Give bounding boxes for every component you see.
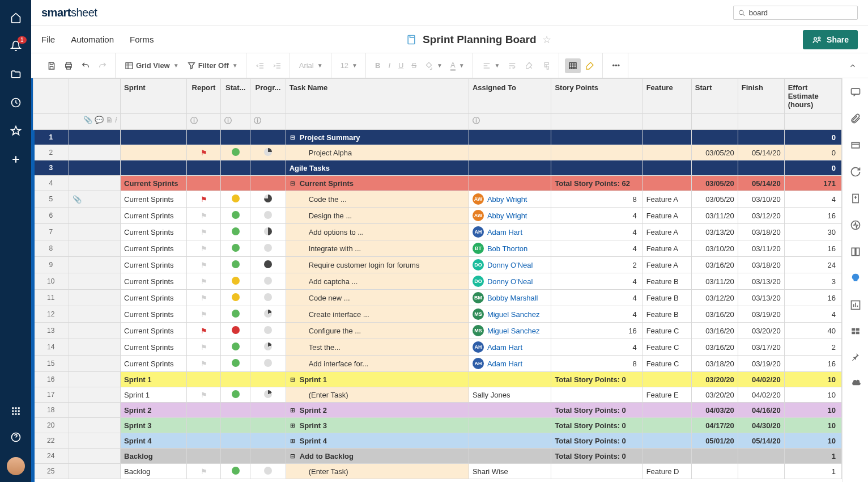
filter-button[interactable]: Filter Off▼ — [184, 58, 241, 73]
col-status[interactable]: Stat... — [221, 79, 250, 114]
redo-icon[interactable] — [95, 58, 110, 73]
col-task[interactable]: Task Name — [286, 79, 469, 114]
table-row[interactable]: 7 Current Sprints ⚑ Add options to ... A… — [33, 224, 842, 240]
wrap-icon[interactable] — [504, 58, 520, 73]
col-effort[interactable]: Effort Estimate (hours) — [784, 79, 841, 114]
search-input[interactable] — [733, 6, 858, 20]
svg-rect-4 — [12, 411, 14, 412]
col-sprint[interactable]: Sprint — [121, 79, 187, 114]
bold-icon[interactable]: B — [372, 58, 384, 73]
svg-rect-24 — [852, 248, 855, 255]
clear-format-icon[interactable] — [521, 58, 537, 73]
update-requests-icon[interactable] — [850, 166, 861, 179]
brandfolder-icon[interactable] — [850, 326, 861, 338]
pin-icon[interactable] — [850, 352, 861, 363]
search-icon — [738, 9, 746, 17]
col-assigned[interactable]: Assigned To — [469, 79, 551, 114]
svg-rect-27 — [852, 328, 855, 331]
table-row[interactable]: 16 Sprint 1 ⊟Sprint 1 Total Story Points… — [33, 372, 842, 387]
table-row[interactable]: 14 Current Sprints ⚑ Test the... AHAdam … — [33, 339, 842, 356]
col-finish[interactable]: Finish — [738, 79, 784, 114]
summary-icon[interactable] — [850, 246, 861, 259]
col-points[interactable]: Story Points — [551, 79, 643, 114]
svg-rect-20 — [851, 88, 860, 94]
col-feature[interactable]: Feature — [643, 79, 691, 114]
table-row[interactable]: 1 ⊟Project Summary 0 — [33, 130, 842, 145]
table-row[interactable]: 10 Current Sprints ⚑ Add captcha ... DOD… — [33, 273, 842, 290]
svg-rect-12 — [408, 35, 415, 44]
logo[interactable]: smartsheet — [41, 6, 97, 19]
fontsize-selector[interactable]: 12▼ — [337, 58, 361, 73]
table-row[interactable]: 6 Current Sprints ⚑ Design the ... AWAbb… — [33, 208, 842, 224]
folder-icon[interactable] — [10, 68, 22, 81]
salesforce-icon[interactable] — [850, 377, 861, 390]
add-icon[interactable] — [10, 153, 22, 166]
sheet-icon — [406, 34, 417, 45]
grid[interactable]: Sprint Report Stat... Progr... Task Name… — [31, 78, 842, 482]
more-icon[interactable]: ••• — [609, 58, 623, 73]
help-icon[interactable] — [10, 431, 22, 443]
chart-icon[interactable] — [850, 299, 861, 312]
svg-rect-8 — [15, 413, 16, 415]
share-button[interactable]: Share — [803, 30, 858, 49]
table-row[interactable]: 2 ⚑ Project Alpha 03/05/20 05/14/20 0 — [33, 145, 842, 160]
table-row[interactable]: 8 Current Sprints ⚑ Integrate with ... B… — [33, 240, 842, 257]
home-icon[interactable] — [10, 11, 22, 24]
text-color-icon[interactable]: A▼ — [447, 58, 468, 74]
table-row[interactable]: 25 Backlog ⚑ (Enter Task) Shari Wise Fea… — [33, 464, 842, 479]
menu-forms[interactable]: Forms — [130, 35, 154, 44]
table-row[interactable]: 20 Sprint 3 ⊞Sprint 3 Total Story Points… — [33, 418, 842, 433]
fill-color-icon[interactable]: ▼ — [421, 58, 446, 73]
attachments-icon[interactable] — [850, 113, 861, 126]
col-start[interactable]: Start — [691, 79, 738, 114]
conversations-icon[interactable] — [850, 86, 861, 99]
table-row[interactable]: 11 Current Sprints ⚑ Code new ... BMBobb… — [33, 290, 842, 306]
menu-file[interactable]: File — [41, 35, 55, 44]
table-row[interactable]: 9 Current Sprints ⚑ Require customer log… — [33, 257, 842, 273]
table-row[interactable]: 12 Current Sprints ⚑ Create interface ..… — [33, 306, 842, 323]
apps-icon[interactable] — [10, 405, 22, 417]
cond-format-icon[interactable] — [565, 58, 581, 73]
star-icon[interactable]: ☆ — [542, 33, 551, 46]
col-report[interactable]: Report — [186, 79, 220, 114]
view-selector[interactable]: Grid View▼ — [121, 58, 182, 73]
table-row[interactable]: 24 Backlog ⊟Add to Backlog Total Story P… — [33, 449, 842, 464]
recent-icon[interactable] — [10, 96, 22, 109]
indent-icon[interactable] — [269, 58, 285, 73]
activity-icon[interactable] — [850, 219, 861, 232]
sheet-title: Sprint Planning Board — [423, 33, 537, 46]
svg-rect-28 — [856, 328, 859, 331]
table-row[interactable]: 17 Sprint 1 ⚑ (Enter Task) Sally Jones F… — [33, 387, 842, 403]
table-row[interactable]: 22 Sprint 4 ⊞Sprint 4 Total Story Points… — [33, 433, 842, 449]
undo-icon[interactable] — [78, 58, 93, 73]
collapse-toolbar-icon[interactable] — [845, 59, 860, 73]
table-row[interactable]: 15 Current Sprints ⚑ Add interface for..… — [33, 356, 842, 372]
format-painter-icon[interactable] — [538, 58, 554, 73]
svg-rect-2 — [15, 407, 16, 409]
notifications-icon[interactable]: 1 — [10, 40, 22, 52]
favorites-icon[interactable] — [10, 125, 22, 137]
outdent-icon[interactable] — [252, 58, 268, 73]
col-progress[interactable]: Progr... — [250, 79, 286, 114]
print-icon[interactable] — [61, 58, 76, 73]
svg-point-13 — [814, 37, 817, 40]
user-avatar[interactable] — [7, 457, 25, 475]
publish-icon[interactable] — [850, 193, 861, 206]
resource-mgmt-icon[interactable] — [850, 273, 861, 286]
svg-rect-6 — [18, 411, 19, 412]
highlight-icon[interactable] — [582, 58, 598, 73]
topbar: smartsheet — [31, 0, 868, 26]
save-icon[interactable] — [44, 58, 59, 73]
align-icon[interactable]: ▼ — [479, 58, 504, 73]
underline-icon[interactable]: U — [395, 58, 407, 73]
proofs-icon[interactable] — [850, 139, 861, 153]
table-row[interactable]: 4 Current Sprints ⊟Current Sprints Total… — [33, 176, 842, 191]
menu-automation[interactable]: Automation — [71, 35, 114, 44]
font-selector[interactable]: Arial▼ — [296, 58, 326, 73]
table-row[interactable]: 13 Current Sprints ⚑ Configure the ... M… — [33, 323, 842, 339]
table-row[interactable]: 3 Agile Tasks 0 — [33, 160, 842, 176]
italic-icon[interactable]: I — [385, 58, 394, 73]
table-row[interactable]: 18 Sprint 2 ⊞Sprint 2 Total Story Points… — [33, 403, 842, 418]
strike-icon[interactable]: S — [408, 58, 420, 73]
table-row[interactable]: 5 📎 Current Sprints ⚑ Code the ... AWAbb… — [33, 191, 842, 208]
